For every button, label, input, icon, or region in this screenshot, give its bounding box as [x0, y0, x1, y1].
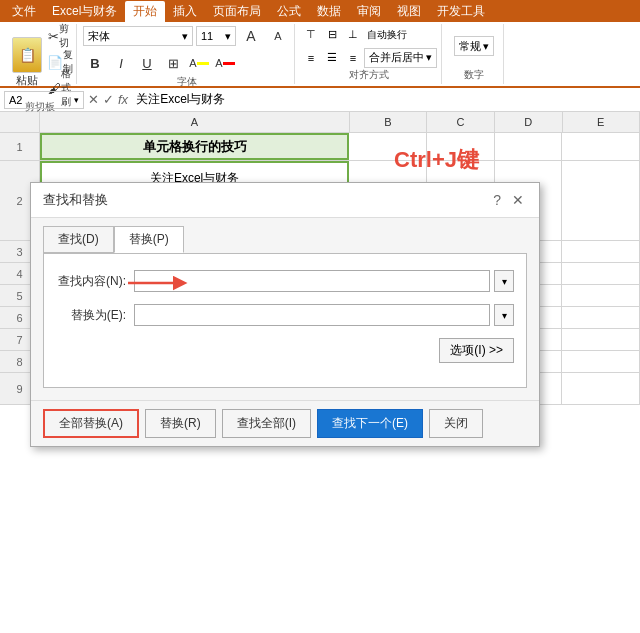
cell-b1[interactable] [349, 133, 427, 160]
menu-bar: 文件 Excel与财务 开始 插入 页面布局 公式 数据 审阅 视图 开发工具 [0, 0, 640, 22]
menu-page-layout[interactable]: 页面布局 [205, 1, 269, 22]
menu-insert[interactable]: 插入 [165, 1, 205, 22]
number-dropdown-icon: ▾ [483, 40, 489, 53]
align-center-button[interactable]: ☰ [322, 48, 342, 68]
col-header-b: B [350, 112, 427, 132]
menu-excel-finance[interactable]: Excel与财务 [44, 1, 125, 22]
align-group-label: 对齐方式 [349, 68, 389, 84]
cut-button[interactable]: ✂ 剪切 [48, 24, 72, 48]
paste-button[interactable]: 📋 粘贴 [8, 35, 46, 90]
cancel-formula-icon[interactable]: ✕ [88, 92, 99, 107]
toolbar-row: 📋 粘贴 ✂ 剪切 📄 复制 🖌 格式刷 剪切板 [0, 22, 640, 86]
header-spacer [0, 112, 40, 132]
font-dropdown-icon: ▾ [182, 30, 188, 43]
find-input-wrap: ▾ [134, 270, 514, 292]
cell-c1[interactable] [427, 133, 495, 160]
cell-e7[interactable] [562, 329, 640, 350]
col-header-c: C [427, 112, 495, 132]
cell-e5[interactable] [562, 285, 640, 306]
number-label: 数字 [464, 68, 484, 84]
align-row1: ⊤ ⊟ ⊥ 自动换行 [301, 25, 437, 45]
cell-e2[interactable] [562, 161, 640, 240]
close-button[interactable]: 关闭 [429, 409, 483, 438]
dialog-body: 查找内容(N): ▾ [43, 253, 527, 388]
formula-input[interactable] [132, 93, 636, 107]
number-group: 常规 ▾ 数字 [444, 24, 504, 84]
name-box[interactable]: A2 ▾ [4, 91, 84, 109]
formula-bar: A2 ▾ ✕ ✓ fx [0, 88, 640, 112]
menu-view[interactable]: 视图 [389, 1, 429, 22]
merge-button[interactable]: 合并后居中 ▾ [364, 48, 437, 68]
replace-button[interactable]: 替换(R) [145, 409, 216, 438]
menu-file[interactable]: 文件 [4, 1, 44, 22]
options-button[interactable]: 选项(I) >> [439, 338, 514, 363]
dialog-actions: 选项(I) >> [56, 338, 514, 363]
align-right-button[interactable]: ≡ [343, 48, 363, 68]
replace-input[interactable] [134, 304, 490, 326]
dialog-close-button[interactable]: ✕ [509, 191, 527, 209]
ribbon: 📋 粘贴 ✂ 剪切 📄 复制 🖌 格式刷 剪切板 [0, 22, 640, 88]
cell-e9[interactable] [562, 373, 640, 404]
replace-label: 替换为(E): [56, 307, 126, 324]
row-1: 1 单元格换行的技巧 [0, 133, 640, 161]
tab-replace[interactable]: 替换(P) [114, 226, 184, 253]
col-header-e: E [563, 112, 640, 132]
cell-e1[interactable] [562, 133, 640, 160]
merge-dropdown-icon: ▾ [426, 51, 432, 64]
col-headers: A B C D E [0, 112, 640, 133]
find-label: 查找内容(N): [56, 273, 126, 290]
dialog-question-icon[interactable]: ? [493, 192, 501, 208]
font-size-selector[interactable]: 11 ▾ [196, 26, 236, 46]
cell-e6[interactable] [562, 307, 640, 328]
font-shrink-button[interactable]: A [266, 24, 290, 48]
tab-find[interactable]: 查找(D) [43, 226, 114, 253]
replace-input-wrap: ▾ [134, 304, 514, 326]
cell-e4[interactable] [562, 263, 640, 284]
clipboard-group: 📋 粘贴 ✂ 剪切 📄 复制 🖌 格式刷 剪切板 [4, 24, 77, 84]
cell-e3[interactable] [562, 241, 640, 262]
dialog-title: 查找和替换 [43, 191, 108, 209]
underline-button[interactable]: U [135, 51, 159, 75]
paste-icon: 📋 [12, 37, 42, 73]
replace-all-button[interactable]: 全部替换(A) [43, 409, 139, 438]
find-next-button[interactable]: 查找下一个(E) [317, 409, 423, 438]
row-header-1: 1 [0, 133, 40, 160]
find-input[interactable] [134, 270, 490, 292]
menu-home[interactable]: 开始 [125, 1, 165, 22]
menu-data[interactable]: 数据 [309, 1, 349, 22]
find-dropdown-btn[interactable]: ▾ [494, 270, 514, 292]
size-dropdown-icon: ▾ [225, 30, 231, 43]
font-name-selector[interactable]: 宋体 ▾ [83, 26, 193, 46]
cell-d1[interactable] [495, 133, 563, 160]
cell-a1[interactable]: 单元格换行的技巧 [40, 133, 349, 160]
wrap-text-button[interactable]: 自动换行 [364, 25, 410, 45]
confirm-formula-icon[interactable]: ✓ [103, 92, 114, 107]
align-row2: ≡ ☰ ≡ 合并后居中 ▾ [301, 48, 437, 68]
fill-color-button[interactable]: A [187, 51, 211, 75]
bold-button[interactable]: B [83, 51, 107, 75]
replace-dropdown-btn[interactable]: ▾ [494, 304, 514, 326]
font-color-button[interactable]: A [213, 51, 237, 75]
menu-dev-tools[interactable]: 开发工具 [429, 1, 493, 22]
font-grow-button[interactable]: A [239, 24, 263, 48]
col-header-a: A [40, 112, 350, 132]
italic-button[interactable]: I [109, 51, 133, 75]
align-bottom-button[interactable]: ⊥ [343, 25, 363, 45]
paste-label: 粘贴 [16, 73, 38, 88]
name-box-dropdown-icon: ▾ [74, 95, 79, 105]
align-left-button[interactable]: ≡ [301, 48, 321, 68]
font-group-label: 字体 [177, 75, 197, 91]
cell-e8[interactable] [562, 351, 640, 372]
number-format-selector[interactable]: 常规 ▾ [454, 36, 494, 56]
find-replace-dialog: Ctrl+J键 查找和替换 ? ✕ 查找(D) 替换(P) 查找内容(N): [30, 182, 540, 447]
align-top-button[interactable]: ⊤ [301, 25, 321, 45]
dialog-title-bar: 查找和替换 ? ✕ [31, 183, 539, 218]
menu-formula[interactable]: 公式 [269, 1, 309, 22]
align-middle-button[interactable]: ⊟ [322, 25, 342, 45]
border-button[interactable]: ⊞ [161, 51, 185, 75]
find-all-button[interactable]: 查找全部(I) [222, 409, 311, 438]
menu-review[interactable]: 审阅 [349, 1, 389, 22]
dialog-fields: 查找内容(N): ▾ [56, 270, 514, 363]
insert-function-icon[interactable]: fx [118, 92, 128, 107]
dialog-footer: 全部替换(A) 替换(R) 查找全部(I) 查找下一个(E) 关闭 [31, 400, 539, 446]
